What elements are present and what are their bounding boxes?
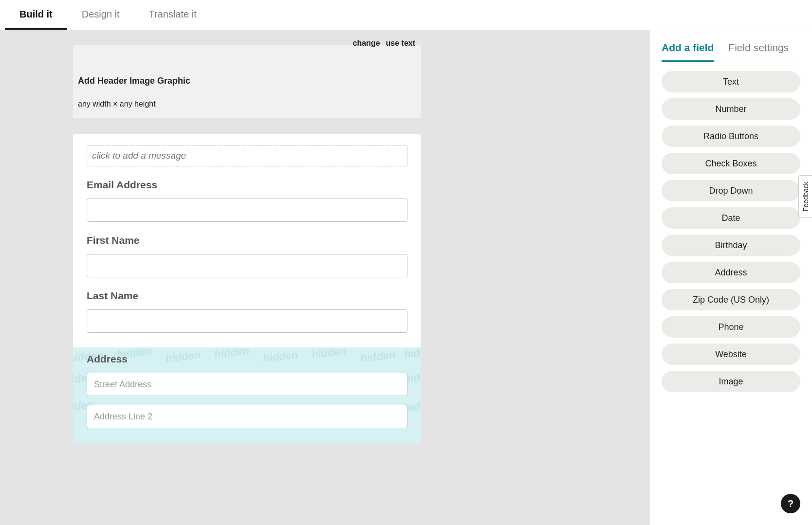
field-btn-birthday[interactable]: Birthday xyxy=(662,235,800,256)
field-btn-zip[interactable]: Zip Code (US Only) xyxy=(662,289,800,310)
feedback-tab[interactable]: Feedback xyxy=(798,175,812,218)
tab-design[interactable]: Design it xyxy=(67,0,134,30)
input-street-address[interactable] xyxy=(87,373,407,396)
label-email: Email Address xyxy=(87,179,407,191)
field-btn-text[interactable]: Text xyxy=(662,71,800,92)
top-tabs: Build it Design it Translate it xyxy=(0,0,812,30)
field-btn-number[interactable]: Number xyxy=(662,98,800,120)
label-first-name: First Name xyxy=(87,235,407,246)
field-btn-phone[interactable]: Phone xyxy=(662,316,800,338)
header-image-subtitle: any width × any height xyxy=(73,86,421,109)
field-btn-dropdown[interactable]: Drop Down xyxy=(662,180,800,201)
tab-translate[interactable]: Translate it xyxy=(134,0,211,30)
sidebar-tabs: Add a field Field settings xyxy=(662,42,800,62)
input-last-name[interactable] xyxy=(87,309,407,333)
form-canvas: change use text Add Header Image Graphic… xyxy=(0,30,649,525)
field-btn-website[interactable]: Website xyxy=(662,344,800,365)
address-section-hidden: hidden hidden hidden hidden hidden hidde… xyxy=(73,347,421,443)
header-image-box[interactable]: change use text Add Header Image Graphic… xyxy=(73,45,421,118)
message-placeholder[interactable]: click to add a message xyxy=(87,145,407,166)
label-address: Address xyxy=(87,353,407,365)
header-image-change[interactable]: change xyxy=(353,39,380,48)
canvas-inner: change use text Add Header Image Graphic… xyxy=(73,45,421,443)
feedback-label: Feedback xyxy=(802,181,810,211)
input-email[interactable] xyxy=(87,199,407,222)
input-first-name[interactable] xyxy=(87,254,407,277)
field-btn-image[interactable]: Image xyxy=(662,371,800,392)
sidebar-tab-add-field[interactable]: Add a field xyxy=(662,42,714,62)
help-icon: ? xyxy=(788,498,794,509)
form-card: click to add a message Email Address Fir… xyxy=(73,134,421,443)
field-type-list: Text Number Radio Buttons Check Boxes Dr… xyxy=(662,71,800,392)
label-last-name: Last Name xyxy=(87,290,407,302)
header-image-use-text[interactable]: use text xyxy=(386,39,415,48)
header-image-controls: change use text xyxy=(347,37,421,50)
field-btn-checkbox[interactable]: Check Boxes xyxy=(662,153,800,174)
sidebar: Add a field Field settings Text Number R… xyxy=(649,30,812,525)
field-btn-date[interactable]: Date xyxy=(662,207,800,229)
sidebar-tab-field-settings[interactable]: Field settings xyxy=(728,42,789,62)
help-button[interactable]: ? xyxy=(781,494,800,513)
header-image-title: Add Header Image Graphic xyxy=(73,45,421,86)
tab-build[interactable]: Build it xyxy=(5,0,67,30)
field-btn-radio[interactable]: Radio Buttons xyxy=(662,126,800,147)
input-address-line2[interactable] xyxy=(87,405,407,428)
field-btn-address[interactable]: Address xyxy=(662,262,800,283)
main-area: change use text Add Header Image Graphic… xyxy=(0,30,812,525)
